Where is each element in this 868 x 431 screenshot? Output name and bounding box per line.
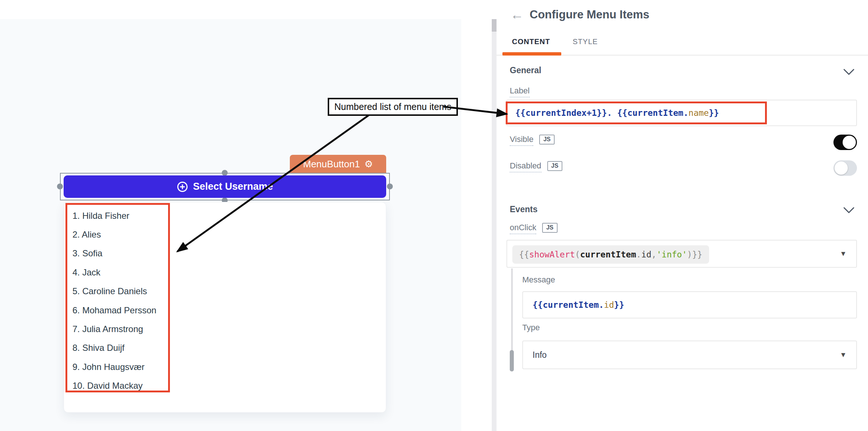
chevron-down-icon[interactable] [843,68,855,76]
gear-icon[interactable]: ⚙ [364,159,373,169]
section-header-events[interactable]: Events [510,204,537,214]
message-code: {{currentItem.id}} [533,300,624,310]
type-select-value: Info [533,350,547,360]
chevron-down-icon[interactable] [843,207,855,214]
divider-scrollbar-thumb[interactable] [492,19,497,32]
menu-button-label: Select Username [193,181,273,192]
visible-toggle[interactable] [833,135,857,150]
type-select[interactable]: Info ▼ [522,341,857,369]
disabled-js-toggle[interactable]: JS [547,161,563,171]
message-code-input[interactable]: {{currentItem.id}} [522,291,857,318]
menu-button[interactable]: Select Username [64,175,386,198]
onclick-action-select[interactable]: {{showAlert(currentItem.id,'info')}} ▼ [506,240,857,268]
onclick-js-toggle[interactable]: JS [542,223,558,233]
section-header-general[interactable]: General [510,65,541,75]
disabled-field-label: DisabledJS [510,161,562,171]
back-arrow-icon: ← [511,7,524,22]
visible-js-toggle[interactable]: JS [539,135,555,145]
tab-style[interactable]: STYLE [573,38,598,46]
resize-handle-left[interactable] [57,184,63,189]
onclick-field-label: onClickJS [510,223,558,233]
onclick-code: {{showAlert(currentItem.id,'info')}} [519,250,702,259]
visible-field-label: VisibleJS [510,135,555,145]
property-panel: ← Configure Menu Items CONTENT STYLE Gen… [497,0,868,431]
event-config-scrollbar-thumb[interactable] [510,350,514,371]
active-tab-underline [502,52,561,56]
widget-name-label: MenuButton1 [303,158,360,170]
widget-name-tag[interactable]: MenuButton1 ⚙ [290,155,386,173]
annotation-red-box-label [506,101,767,124]
panel-title: Configure Menu Items [530,8,650,21]
plus-circle-icon [177,181,188,192]
annotation-red-box-menu-list [65,203,170,392]
caret-down-icon: ▼ [840,351,847,359]
canvas: MenuButton1 ⚙ Select Username 1. Hilda F… [0,19,461,431]
message-field-label: Message [522,275,555,285]
annotation-callout: Numbered list of menu items [328,98,458,116]
tab-content[interactable]: CONTENT [512,38,550,46]
disabled-toggle[interactable] [833,160,857,176]
back-button[interactable]: ← [509,7,525,23]
resize-handle-right[interactable] [387,184,393,189]
resize-handle-top[interactable] [222,170,228,176]
app-root: MenuButton1 ⚙ Select Username 1. Hilda F… [0,0,868,431]
type-field-label: Type [522,323,540,332]
caret-down-icon: ▼ [840,250,847,258]
panel-resize-divider[interactable] [492,19,497,431]
label-field-label: Label [510,86,530,96]
onclick-action-pill: {{showAlert(currentItem.id,'info')}} [512,245,709,264]
